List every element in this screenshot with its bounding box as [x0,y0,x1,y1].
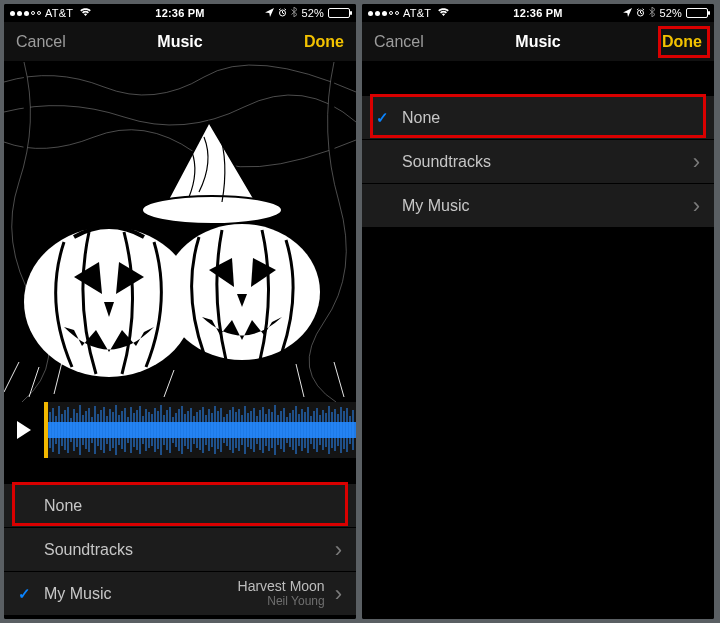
bluetooth-icon [649,7,655,19]
status-bar: AT&T 12:36 PM 52% [4,4,356,22]
svg-point-2 [142,196,282,224]
status-left: AT&T [10,7,92,19]
row-soundtracks[interactable]: ✓ Soundtracks › [4,528,356,572]
chevron-right-icon: › [335,537,342,563]
status-right: 52% [265,7,350,19]
done-button[interactable]: Done [662,33,702,51]
battery-pct: 52% [659,7,682,19]
battery-icon [328,8,350,18]
cancel-button[interactable]: Cancel [16,33,66,51]
status-right: 52% [623,7,708,19]
row-label: My Music [402,197,693,215]
svg-rect-6 [48,422,356,438]
row-my-music[interactable]: ✓ My Music Harvest Moon Neil Young › [4,572,356,616]
chevron-right-icon: › [693,193,700,219]
track-artist: Neil Young [238,595,325,608]
music-source-list: ✓ None ✓ Soundtracks › ✓ My Music › [362,96,714,619]
location-icon [623,7,632,19]
phone-left: AT&T 12:36 PM 52% Cancel Music Done [4,4,356,619]
done-button[interactable]: Done [304,33,344,51]
chevron-right-icon: › [693,149,700,175]
cancel-button[interactable]: Cancel [374,33,424,51]
carrier-label: AT&T [45,7,73,19]
row-label: None [402,109,700,127]
checkmark-icon: ✓ [18,585,36,603]
audio-waveform[interactable] [48,402,356,458]
row-label: My Music [44,585,238,603]
play-button[interactable] [4,402,44,458]
row-label: Soundtracks [402,153,693,171]
track-title: Harvest Moon [238,579,325,594]
battery-icon [686,8,708,18]
row-none[interactable]: ✓ None [4,484,356,528]
wifi-icon [79,7,92,19]
alarm-icon [636,7,645,19]
status-left: AT&T [368,7,450,19]
bluetooth-icon [291,7,297,19]
row-label: None [44,497,342,515]
nav-bar: Cancel Music Done [4,22,356,62]
row-subtitle: Harvest Moon Neil Young [238,579,325,608]
carrier-label: AT&T [403,7,431,19]
music-source-list: ✓ None ✓ Soundtracks › ✓ My Music Harves… [4,484,356,619]
location-icon [265,7,274,19]
signal-dots-icon [10,11,41,16]
row-none[interactable]: ✓ None [362,96,714,140]
status-bar: AT&T 12:36 PM 52% [362,4,714,22]
play-icon [17,421,31,439]
alarm-icon [278,7,287,19]
wifi-icon [437,7,450,19]
signal-dots-icon [368,11,399,16]
row-my-music[interactable]: ✓ My Music › [362,184,714,228]
spacer [4,458,356,484]
row-label: Soundtracks [44,541,335,559]
audio-timeline [4,402,356,458]
video-preview [4,62,356,402]
phone-right: AT&T 12:36 PM 52% Cancel Music Done ✓ No… [362,4,714,619]
battery-pct: 52% [301,7,324,19]
chevron-right-icon: › [335,581,342,607]
nav-bar: Cancel Music Done [362,22,714,62]
row-soundtracks[interactable]: ✓ Soundtracks › [362,140,714,184]
checkmark-icon: ✓ [376,109,394,127]
